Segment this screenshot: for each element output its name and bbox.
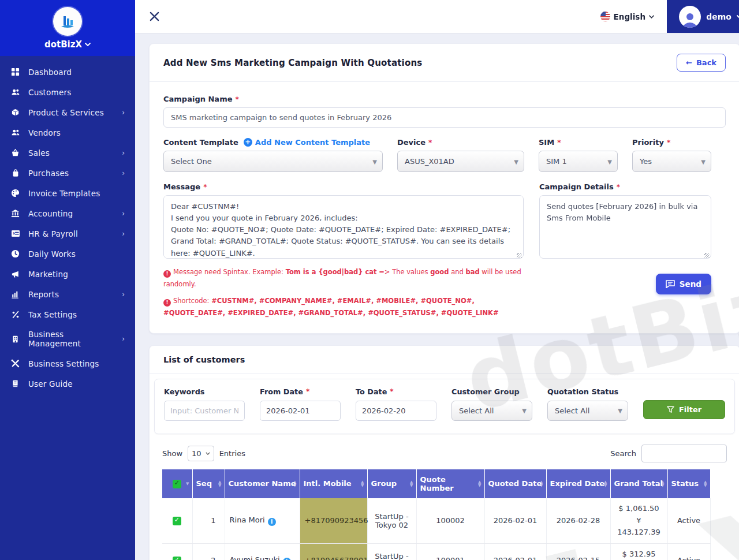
to-date-input[interactable] — [356, 401, 436, 421]
basket-icon — [10, 148, 20, 158]
info-icon[interactable]: i — [268, 518, 276, 526]
sidebar-item-invoice-templates[interactable]: Invoice Templates — [0, 183, 135, 203]
sort-icon: ▲▼ — [540, 480, 543, 487]
header-group[interactable]: Group▲▼ — [367, 469, 416, 498]
back-arrow-icon: ← — [686, 58, 692, 67]
sort-icon: ▲▼ — [218, 480, 221, 487]
spintax-hint: !Message need Spintax. Example: Tom is a… — [163, 266, 524, 290]
sim-select[interactable]: SIM 1▼ — [539, 151, 618, 172]
sidebar-item-daily-works[interactable]: Daily Works — [0, 244, 135, 264]
row-checkbox[interactable] — [173, 557, 181, 560]
user-menu[interactable]: demo — [667, 0, 739, 33]
seq-cell: 2 — [192, 544, 225, 560]
sidebar-item-vendors[interactable]: Vendors — [0, 122, 135, 143]
package-icon — [10, 107, 20, 117]
page-title: Add New Sms Marketing Campaign With Quot… — [163, 58, 422, 68]
page-size-select[interactable]: 10 — [188, 446, 214, 461]
sidebar-item-reports[interactable]: Reports › — [0, 284, 135, 304]
main-area: English demo Add New Sms Marketing Campa… — [135, 0, 739, 560]
priority-select[interactable]: Yes▼ — [632, 151, 711, 172]
customers-list-card: List of customers Keywords From Date* To… — [149, 345, 739, 560]
sidebar-item-hr-payroll[interactable]: $ HR & Payroll › — [0, 223, 135, 244]
language-label: English — [614, 12, 645, 21]
select-all-header[interactable]: ▼ — [162, 469, 192, 498]
sidebar-item-product-services[interactable]: Product & Services › — [0, 102, 135, 122]
close-icon[interactable] — [149, 11, 160, 22]
megaphone-icon — [10, 269, 20, 279]
filter-panel: Keywords From Date* To Date* Customer Gr… — [154, 379, 735, 434]
sidebar-item-customers[interactable]: Customers — [0, 82, 135, 102]
select-all-checkbox[interactable] — [173, 480, 181, 488]
campaign-details-label: Campaign Details — [539, 182, 614, 191]
filter-button[interactable]: Filter — [643, 400, 725, 419]
grand-total-cell: $ 312.95¥ 42,196.63 — [610, 544, 667, 560]
grand-total-cell: $ 1,061.50¥ 143,127.39 — [610, 498, 667, 544]
back-button[interactable]: ← Back — [677, 54, 726, 72]
device-label: Device — [397, 138, 426, 147]
to-date-label: To Date — [356, 387, 387, 396]
campaign-details-textarea[interactable]: Send quotes [February 2026] in bulk via … — [539, 195, 711, 259]
quote-number-cell: 100001 — [416, 544, 484, 560]
keywords-input[interactable] — [164, 401, 245, 421]
seq-cell: 1 — [192, 498, 225, 544]
sidebar-item-marketing[interactable]: Marketing — [0, 264, 135, 284]
header-expired-date[interactable]: Expired Date▲▼ — [546, 469, 610, 498]
header-grand-total[interactable]: Grand Total▲▼ — [610, 469, 667, 498]
required-asterisk: * — [236, 95, 239, 103]
select-arrow-icon: ▼ — [522, 408, 527, 414]
info-icon[interactable]: i — [283, 558, 291, 560]
from-date-input[interactable] — [260, 401, 341, 421]
app-root: dotBizX Dashboard Customers Product & Se… — [0, 0, 739, 560]
sidebar-item-dashboard[interactable]: Dashboard — [0, 62, 135, 82]
chevron-right-icon: › — [122, 109, 126, 117]
content-template-select[interactable]: Select One▼ — [163, 151, 383, 172]
header-seq[interactable]: Seq▲▼ — [192, 469, 225, 498]
sidebar-item-business-management[interactable]: Business Management › — [0, 324, 135, 353]
row-checkbox[interactable] — [173, 517, 181, 525]
chevron-down-icon — [85, 43, 91, 46]
message-textarea[interactable]: Dear #CUSTNM#! I send you your quote in … — [163, 195, 524, 259]
header-customer-name[interactable]: Customer Name▲▼ — [225, 469, 300, 498]
quotation-status-select[interactable]: Select All▼ — [547, 401, 628, 421]
sidebar-item-business-settings[interactable]: Business Settings — [0, 353, 135, 374]
select-arrow-icon: ▼ — [607, 158, 612, 165]
chat-icon — [666, 280, 675, 288]
status-cell: Active — [667, 498, 710, 544]
chevron-down-icon — [206, 452, 210, 455]
page-content: Add New Sms Marketing Campaign With Quot… — [135, 33, 739, 560]
from-date-label: From Date — [260, 387, 303, 396]
quoted-date-cell: 2026-02-01 — [484, 544, 546, 560]
entries-label: Entries — [219, 449, 245, 458]
expired-date-cell: 2026-02-15 — [546, 544, 610, 560]
sim-label: SIM — [539, 138, 554, 147]
search-input[interactable] — [641, 445, 727, 462]
show-label: Show — [162, 449, 182, 458]
sidebar-item-sales[interactable]: Sales › — [0, 143, 135, 163]
header-quote-number[interactable]: Quote Number▲▼ — [416, 469, 484, 498]
header-status[interactable]: Status▲▼ — [667, 469, 710, 498]
sidebar: dotBizX Dashboard Customers Product & Se… — [0, 0, 135, 560]
sidebar-item-tax-settings[interactable]: Tax Settings — [0, 304, 135, 324]
chevron-down-icon — [737, 15, 739, 18]
alert-circle-icon: ! — [163, 270, 171, 278]
sidebar-item-user-guide[interactable]: User Guide — [0, 374, 135, 394]
header-quoted-date[interactable]: Quoted Date▲▼ — [484, 469, 546, 498]
device-select[interactable]: ASUS_X01AD▼ — [397, 151, 524, 172]
brand-menu[interactable]: dotBizX — [0, 0, 135, 56]
sidebar-item-purchases[interactable]: Purchases › — [0, 163, 135, 183]
language-selector[interactable]: English — [600, 12, 654, 21]
select-arrow-icon: ▼ — [372, 158, 377, 165]
sidebar-item-label: Customers — [28, 88, 126, 97]
sidebar-item-accounting[interactable]: Accounting › — [0, 203, 135, 223]
customer-group-select[interactable]: Select All▼ — [451, 401, 532, 421]
content-template-label: Content Template — [163, 138, 238, 147]
sidebar-item-label: HR & Payroll — [28, 229, 114, 238]
expired-date-cell: 2026-02-28 — [546, 498, 610, 544]
sidebar-item-label: Business Management — [28, 330, 114, 348]
sort-icon: ▲▼ — [478, 480, 481, 487]
add-content-template-link[interactable]: + Add New Content Template — [244, 138, 370, 147]
sort-icon: ▼ — [186, 482, 189, 486]
header-intl-mobile[interactable]: Intl. Mobile▲▼ — [300, 469, 367, 498]
campaign-name-input[interactable] — [163, 107, 726, 128]
send-button[interactable]: Send — [656, 274, 711, 294]
